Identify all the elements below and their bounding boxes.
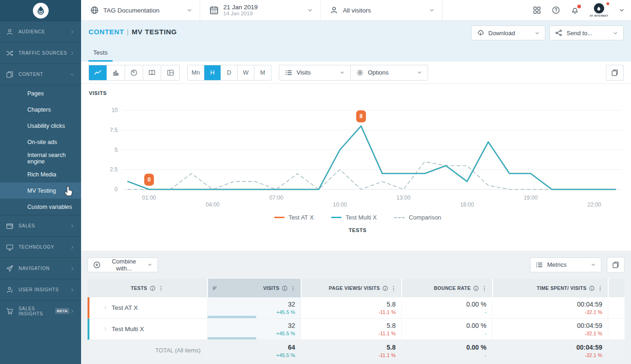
granularity-group: MnHDWM [187,65,271,81]
info-icon[interactable] [473,285,479,291]
series-comparison[interactable] [128,162,615,189]
sidebar-subitem-pages[interactable]: Pages [0,85,81,101]
account-menu[interactable]: AT INTERNET [590,3,608,17]
kebab-icon[interactable] [290,285,296,291]
brand-logo[interactable] [33,3,49,19]
kebab-icon[interactable] [391,285,397,291]
sidebar-item-content[interactable]: CONTENT [0,63,81,85]
sidebar-item-sales[interactable]: SALES [0,215,81,236]
column-header-visits[interactable]: VISITS [207,279,301,297]
row-label-cell[interactable]: Test AT X [88,297,207,319]
sidebar-subitem-internal-search-engine[interactable]: Internal search engine [0,150,81,166]
send-to-button[interactable]: Send to... [549,25,624,40]
x-axis-tick: 10:00 [333,201,347,208]
export-chart-button[interactable] [606,65,624,81]
chart-type-group [88,65,180,81]
app-root: AUDIENCETRAFFIC SOURCESCONTENTPagesChapt… [0,0,631,364]
column-header-page-views-visits[interactable]: PAGE VIEWS/ VISITS [301,279,401,297]
cell-delta: - [485,331,486,336]
sidebar-item-traffic-sources[interactable]: TRAFFIC SOURCES [0,42,81,63]
chevron-right-icon [69,245,75,250]
series-test-at-x[interactable] [128,126,615,189]
download-button[interactable]: Download [471,25,545,40]
sidebar-subitem-on-site-ads[interactable]: On-site ads [0,134,81,150]
sidebar-item-user-insights[interactable]: USER INSIGHTS [0,279,81,300]
kebab-icon[interactable] [597,285,603,291]
date-primary: 21 Jan 2019 [223,4,258,11]
segment-selector[interactable]: All visitors [321,0,442,20]
series-test-multi-x[interactable] [128,126,615,189]
legend-item-test-multi-x[interactable]: Test Multi X [331,214,377,221]
site-selector-label: TAG Documentation [103,7,159,14]
notifications-bell-icon[interactable] [571,6,579,14]
tab-tests[interactable]: Tests [88,49,113,62]
map-icon [148,69,156,76]
table-row-test-at-x[interactable]: Test AT X32+45.5 %5.8-11.1 %0.00 %-00:04… [88,297,625,319]
combine-with-button[interactable]: Combine with... [88,257,158,272]
row-label-cell[interactable]: Test Multi X [88,319,207,340]
info-icon[interactable] [589,285,595,291]
x-axis-tick: 04:00 [206,201,220,208]
help-icon[interactable] [552,6,560,14]
technology-icon [6,244,13,251]
sidebar-item-audience[interactable]: AUDIENCE [0,21,81,42]
info-icon[interactable] [282,285,288,291]
column-header-time-spent-visits[interactable]: TIME SPENT/ VISITS [492,279,608,297]
chevron-down-icon[interactable] [619,7,625,13]
column-header-bounce-rate[interactable]: BOUNCE RATE [401,279,492,297]
chart-type-map-button[interactable] [143,65,161,80]
apps-grid-icon[interactable] [533,6,541,14]
options-dropdown[interactable]: Options [351,65,428,80]
header-actions: Download Send to... [471,25,624,40]
cloud-download-icon [477,29,484,37]
chart-type-bar-button[interactable] [107,65,125,80]
metrics-dropdown-label: Metrics [547,261,567,268]
sidebar-subitem-usability-clicks[interactable]: Usability clicks [0,118,81,134]
sidebar-subitem-custom-variables[interactable]: Custom variables [0,199,81,215]
kebab-icon[interactable] [158,285,164,291]
metrics-dropdown[interactable]: Metrics [530,257,601,272]
visits-distribution-bar [208,337,256,339]
export-table-button[interactable] [607,257,625,273]
date-range-values: 21 Jan 2019 14 Jan 2019 [223,4,258,17]
chart-type-table-button[interactable] [161,65,179,80]
sidebar-item-label: SALES [19,223,35,228]
breadcrumb-section[interactable]: CONTENT [88,28,124,36]
sidebar-subitem-rich-media[interactable]: Rich Media [0,166,81,182]
granularity-h-button[interactable]: H [204,65,221,80]
legend-label: Comparison [409,214,441,221]
chart-legend: Test AT XTest Multi XComparison [89,214,626,221]
sidebar-item-navigation[interactable]: NAVIGATION [0,257,81,279]
sidebar-item-technology[interactable]: TECHNOLOGY [0,236,81,257]
cell-filler [608,297,625,319]
legend-item-comparison[interactable]: Comparison [394,214,441,221]
copy-icon [611,69,618,76]
chevron-right-icon[interactable] [103,305,108,310]
send-to-label: Send to... [567,30,593,37]
date-range-selector[interactable]: 21 Jan 2019 14 Jan 2019 [200,0,321,20]
visits-chart[interactable]: 02.557.51001:0004:0007:0010:0013:0016:00… [89,97,626,210]
table-row-test-multi-x[interactable]: Test Multi X32+45.5 %5.8-11.1 %0.00 %-00… [88,319,625,340]
navigation-icon [6,265,13,272]
site-selector[interactable]: TAG Documentation [81,0,200,20]
chart-type-pie-button[interactable] [125,65,143,80]
cell-bounce-rate: 0.00 %- [401,297,492,319]
metric-dropdown[interactable]: Visits [279,65,351,80]
granularity-d-button[interactable]: D [221,65,238,80]
chevron-right-icon[interactable] [103,326,108,332]
granularity-m-button[interactable]: M [254,65,271,80]
column-header-tests[interactable]: TESTS [88,279,207,297]
sales-icon [6,222,13,230]
info-icon[interactable] [150,285,156,291]
legend-item-test-at-x[interactable]: Test AT X [274,214,314,221]
x-axis-tick: 16:00 [460,201,474,208]
granularity-mn-button[interactable]: Mn [188,65,204,80]
chart-type-line-button[interactable] [89,65,107,80]
legend-swatch [331,217,341,218]
sidebar-subitem-chapters[interactable]: Chapters [0,101,81,118]
granularity-w-button[interactable]: W [238,65,254,80]
sidebar-item-sales-insights[interactable]: SALES INSIGHTSBETA [0,300,81,321]
cell-visits: 32+45.5 % [207,319,301,340]
info-icon[interactable] [382,285,388,291]
kebab-icon[interactable] [481,285,487,291]
